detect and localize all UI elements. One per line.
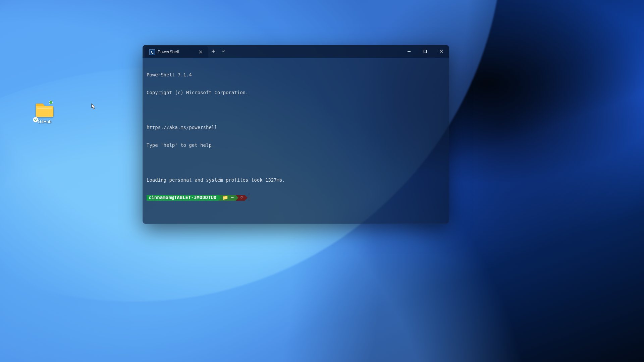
terminal-prompt[interactable]: cinnamon@TABLET-3MODDTUD 📁 ~ ♡ <box>147 195 445 201</box>
terminal-line: PowerShell 7.1.4 <box>147 72 445 78</box>
window-close-button[interactable] <box>433 45 449 58</box>
minimize-icon <box>407 50 411 53</box>
tab-powershell[interactable]: PowerShell <box>145 46 208 58</box>
sync-status-badge <box>49 101 53 104</box>
tab-title: PowerShell <box>158 50 179 54</box>
terminal-line: Copyright (c) Microsoft Corporation. <box>147 90 445 96</box>
close-icon <box>439 50 443 53</box>
terminal-line: Type 'help' to get help. <box>147 142 445 148</box>
svg-rect-0 <box>37 108 52 109</box>
desktop-folder-github[interactable]: GitHub <box>31 102 58 124</box>
window-titlebar[interactable]: PowerShell <box>143 45 449 58</box>
tab-close-button[interactable] <box>197 48 204 56</box>
window-minimize-button[interactable] <box>401 45 417 58</box>
terminal-window[interactable]: PowerShell PowerShell 7.1.4 Copyright (c… <box>143 45 449 224</box>
maximize-icon <box>423 50 427 53</box>
terminal-line: https://aka.ms/powershell <box>147 125 445 131</box>
terminal-line: Loading personal and system profiles too… <box>147 177 445 183</box>
tab-dropdown-button[interactable] <box>218 45 228 58</box>
terminal-line <box>147 107 445 113</box>
chevron-down-icon <box>222 50 225 53</box>
terminal-cursor <box>249 195 250 200</box>
sync-checkmark-overlay <box>33 117 38 122</box>
new-tab-button[interactable] <box>208 45 218 58</box>
terminal-body[interactable]: PowerShell 7.1.4 Copyright (c) Microsoft… <box>143 58 449 217</box>
titlebar-drag-region[interactable] <box>228 45 401 58</box>
svg-rect-1 <box>424 50 426 53</box>
prompt-host-segment: cinnamon@TABLET-3MODDTUD <box>147 195 218 201</box>
mouse-cursor <box>91 103 96 110</box>
folder-icon <box>35 102 54 118</box>
terminal-line <box>147 160 445 166</box>
window-maximize-button[interactable] <box>417 45 433 58</box>
powershell-icon <box>149 49 155 55</box>
close-icon <box>199 50 202 54</box>
plus-icon <box>211 49 215 53</box>
